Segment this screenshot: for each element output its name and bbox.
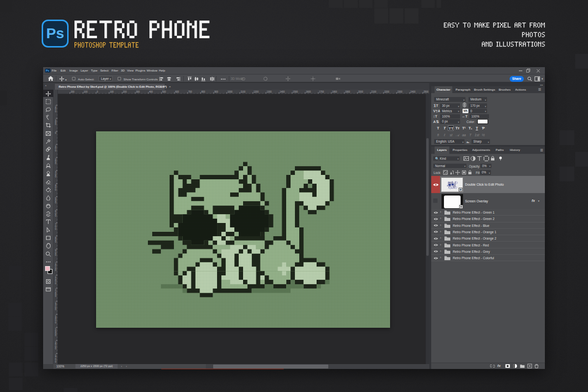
svg-text:0: 0 — [55, 241, 56, 243]
svg-text:0: 0 — [55, 201, 56, 204]
svg-text:1900: 1900 — [345, 90, 350, 93]
svg-text:2100: 2100 — [371, 90, 377, 93]
svg-text:0: 0 — [55, 254, 56, 256]
svg-text:600: 600 — [175, 90, 179, 93]
svg-text:2400: 2400 — [411, 90, 416, 93]
svg-text:1500: 1500 — [293, 90, 298, 93]
svg-text:0: 0 — [55, 227, 56, 230]
svg-text:0: 0 — [55, 162, 56, 165]
svg-text:300: 300 — [136, 90, 140, 93]
svg-text:100: 100 — [84, 90, 88, 93]
svg-text:1100: 1100 — [241, 90, 245, 93]
svg-text:0: 0 — [55, 282, 56, 284]
svg-text:0: 0 — [55, 295, 56, 297]
svg-text:400: 400 — [149, 90, 153, 93]
svg-text:0: 0 — [55, 149, 56, 151]
svg-text:2200: 2200 — [384, 90, 390, 93]
svg-text:2300: 2300 — [397, 90, 403, 93]
svg-text:1000: 1000 — [227, 90, 233, 93]
svg-text:200: 200 — [71, 90, 74, 93]
svg-text:0: 0 — [55, 123, 56, 125]
svg-text:1600: 1600 — [306, 90, 311, 93]
svg-text:0: 0 — [55, 334, 56, 337]
svg-text:500: 500 — [162, 90, 166, 93]
svg-text:0: 0 — [55, 188, 56, 191]
svg-text:1800: 1800 — [332, 90, 338, 93]
svg-text:700: 700 — [188, 90, 192, 93]
svg-text:0: 0 — [55, 110, 56, 112]
svg-text:200: 200 — [123, 90, 127, 93]
svg-text:0: 0 — [55, 269, 56, 271]
svg-text:800: 800 — [201, 90, 205, 93]
svg-text:0: 0 — [55, 347, 56, 350]
svg-text:0: 0 — [55, 132, 56, 134]
svg-text:0: 0 — [55, 175, 56, 178]
svg-text:0: 0 — [55, 321, 56, 323]
svg-text:100: 100 — [110, 90, 114, 93]
svg-text:0: 0 — [55, 360, 56, 363]
svg-text:900: 900 — [215, 90, 219, 93]
svg-text:1400: 1400 — [280, 90, 285, 93]
svg-text:0: 0 — [55, 215, 56, 217]
svg-text:1300: 1300 — [267, 90, 272, 93]
svg-text:2500: 2500 — [423, 90, 429, 93]
svg-text:1200: 1200 — [254, 90, 259, 93]
svg-text:2000: 2000 — [358, 90, 364, 93]
svg-text:0: 0 — [55, 308, 56, 311]
svg-text:1700: 1700 — [319, 90, 324, 93]
svg-text:0: 0 — [97, 90, 98, 93]
